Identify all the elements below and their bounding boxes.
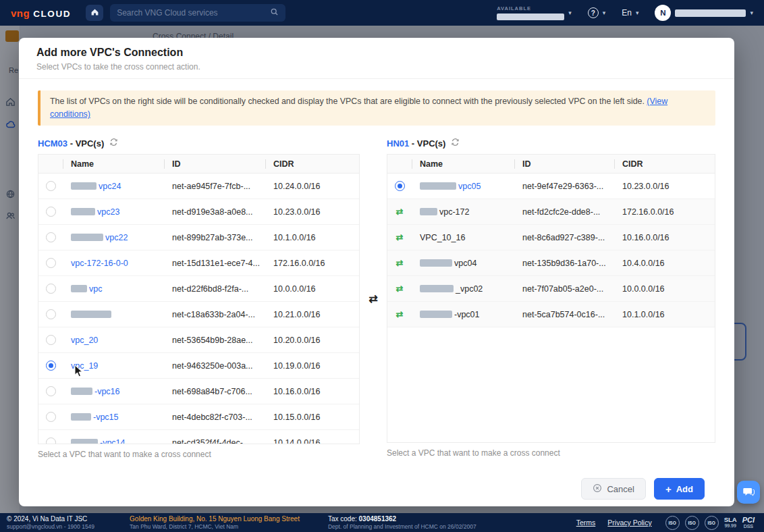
vpc-cidr: 172.16.0.0/16 <box>265 259 359 268</box>
vpc-name-cell: vpc22 <box>63 233 164 242</box>
column-header: ID <box>164 155 265 173</box>
vpc-radio[interactable] <box>46 181 56 191</box>
vpc-radio[interactable] <box>46 207 56 217</box>
search-input[interactable] <box>117 8 265 18</box>
target-vpc-panel: HN01 - VPC(s) Name ID CIDR <box>387 138 715 459</box>
vpc-radio[interactable] <box>46 361 56 371</box>
vpc-name-cell: _vpc02 <box>412 284 514 294</box>
table-row[interactable]: ⇄ vpc-172 net-fd2cfc2e-dde8-... 172.16.0… <box>387 199 715 225</box>
swap-arrows-icon: ⇄ <box>369 292 377 305</box>
vpc-name-link: vpc04 <box>454 259 476 268</box>
chat-support-button[interactable] <box>737 481 760 504</box>
redacted-text <box>71 234 103 241</box>
table-row[interactable]: vpc_19 net-9463250e-003a... 10.19.0.0/16 <box>38 353 359 379</box>
cross-connect-icon: ⇄ <box>396 207 404 217</box>
vpc-id: net-5ca7b574-0c16-... <box>514 310 614 319</box>
vpc-radio[interactable] <box>46 412 56 422</box>
vpc-name-link[interactable]: -vpc16 <box>94 387 120 396</box>
redacted-text <box>71 182 97 190</box>
vpc-id: net-135b9d36-1a70-... <box>514 259 614 268</box>
table-row[interactable]: ⇄ vpc04 net-135b9d36-1a70-... 10.4.0.0/1… <box>387 250 715 276</box>
row-selector-cell <box>38 412 63 422</box>
target-vpc-table[interactable]: Name ID CIDR vpc05 net-9ef47e29-6363-...… <box>387 154 715 443</box>
vpc-name-link[interactable]: vpc05 <box>458 182 481 191</box>
vpc-name-cell: vpc_19 <box>63 361 164 371</box>
vpc-name-link[interactable]: vpc24 <box>99 182 121 191</box>
table-row[interactable]: vpc23 net-d919e3a8-a0e8... 10.23.0.0/16 <box>38 199 359 225</box>
global-search[interactable] <box>110 4 285 22</box>
cancel-button[interactable]: Cancel <box>581 478 645 500</box>
home-button[interactable] <box>86 5 103 21</box>
refresh-button[interactable] <box>109 138 118 149</box>
vpc-cidr: 172.16.0.0/16 <box>614 207 715 217</box>
selector-column-header <box>38 155 63 173</box>
row-selector-cell <box>38 386 63 396</box>
table-row[interactable]: vpc net-d22f6bd8-f2fa-... 10.0.0.0/16 <box>38 276 359 302</box>
vpc-id: net-4debc82f-c703-... <box>164 413 265 422</box>
modal-body: The list of VPCs on the right side will … <box>19 78 734 506</box>
vpc-name-link[interactable]: -vpc14 <box>100 438 126 445</box>
table-row[interactable]: vpc24 net-ae945f7e-7fcb-... 10.24.0.0/16 <box>38 174 359 199</box>
vng-cloud-logo[interactable]: vng CLOUD <box>11 7 71 19</box>
account-selector-dropdown[interactable]: AVAILABLE ▾ <box>497 5 572 20</box>
table-row[interactable]: vpc_20 net-53654b9b-28ae... 10.20.0.0/16 <box>38 327 359 353</box>
vpc-name-cell: -vpc14 <box>63 438 164 445</box>
avatar: N <box>655 5 671 21</box>
target-panel-header: HN01 - VPC(s) <box>387 138 715 149</box>
search-icon <box>270 7 279 19</box>
vpc-panels: HCM03 - VPC(s) Name ID CIDR <box>38 138 715 459</box>
vpc-radio[interactable] <box>46 437 56 444</box>
row-selector-cell: ⇄ <box>387 284 412 294</box>
table-row[interactable]: net-c18a633b-2a04-... 10.21.0.0/16 <box>38 302 359 327</box>
vpc-radio[interactable] <box>46 386 56 396</box>
region-suffix: - VPC(s) <box>67 138 104 149</box>
add-button[interactable]: + Add <box>654 478 705 500</box>
row-selector-cell <box>38 437 63 444</box>
table-row[interactable]: vpc05 net-9ef47e29-6363-... 10.23.0.0/16 <box>387 174 715 199</box>
language-dropdown[interactable]: En ▾ <box>622 8 638 18</box>
vpc-id: net-7f07ab05-a2e0-... <box>514 284 614 294</box>
footer-tax-sub: Dept. of Planning and Investment of HCMC… <box>328 523 476 531</box>
help-dropdown[interactable]: ? ▾ <box>588 7 606 18</box>
vpc-name-link: _vpc02 <box>456 284 483 294</box>
region-header: HN01 - VPC(s) <box>387 138 445 149</box>
table-row[interactable]: -vpc16 net-698a84b7-c706... 10.16.0.0/16 <box>38 379 359 404</box>
vpc-radio[interactable] <box>46 284 56 294</box>
vpc-name-link[interactable]: -vpc15 <box>93 413 119 422</box>
privacy-policy-link[interactable]: Privacy Policy <box>607 518 651 527</box>
info-banner: The list of VPCs on the right side will … <box>38 90 715 126</box>
source-vpc-table[interactable]: Name ID CIDR vpc24 net-ae945f7e-7fcb-...… <box>38 154 360 444</box>
vpc-name-link[interactable]: vpc_19 <box>71 361 98 371</box>
table-row[interactable]: vpc-172-16-0-0 net-15d131e1-ece7-4... 17… <box>38 250 359 276</box>
refresh-button[interactable] <box>451 138 460 149</box>
footer-address-line1: Golden King Building, No. 15 Nguyen Luon… <box>130 514 300 523</box>
vpc-radio[interactable] <box>46 232 56 242</box>
vpc-radio[interactable] <box>46 258 56 268</box>
modal-title: Add more VPC's Connection <box>36 45 717 59</box>
vpc-name-link[interactable]: vpc22 <box>105 233 128 242</box>
column-header: CIDR <box>614 155 715 173</box>
row-selector-cell <box>38 309 63 319</box>
table-row[interactable]: -vpc15 net-4debc82f-c703-... 10.15.0.0/1… <box>38 404 359 430</box>
user-menu-dropdown[interactable]: N ▾ <box>655 5 753 21</box>
redacted-account-name <box>497 14 564 20</box>
region-suffix: - VPC(s) <box>409 138 445 149</box>
table-row[interactable]: vpc22 net-899b27ab-373e... 10.1.0.0/16 <box>38 225 359 250</box>
refresh-icon <box>109 138 118 149</box>
table-row[interactable]: ⇄ VPC_10_16 net-8c6ad927-c389-... 10.16.… <box>387 225 715 250</box>
table-row[interactable]: ⇄ _vpc02 net-7f07ab05-a2e0-... 10.0.0.0/… <box>387 276 715 302</box>
vpc-name-link[interactable]: vpc-172-16-0-0 <box>71 259 128 268</box>
vpc-radio[interactable] <box>395 181 405 191</box>
vpc-name-link[interactable]: vpc23 <box>97 207 119 217</box>
vpc-name-link[interactable]: vpc <box>89 284 102 294</box>
vpc-cidr: 10.20.0.0/16 <box>265 336 359 345</box>
table-row[interactable]: ⇄ -vpc01 net-5ca7b574-0c16-... 10.1.0.0/… <box>387 302 715 327</box>
table-row[interactable]: -vpc14 net-cd352f4f-4dec-... 10.14.0.0/1… <box>38 430 359 444</box>
vpc-name-link[interactable]: vpc_20 <box>71 336 98 345</box>
footer-tax-line: Tax code: 0304851362 <box>328 514 476 523</box>
row-selector-cell: ⇄ <box>387 232 412 242</box>
plus-icon: + <box>665 484 672 494</box>
vpc-radio[interactable] <box>46 309 56 319</box>
vpc-radio[interactable] <box>46 335 56 345</box>
terms-link[interactable]: Terms <box>576 518 596 527</box>
